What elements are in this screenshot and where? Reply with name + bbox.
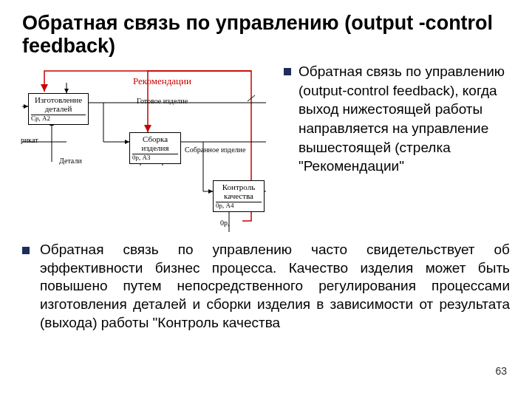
box-a4-sub: 0р, А4 bbox=[216, 202, 262, 210]
bullet-icon bbox=[22, 247, 30, 254]
box-a2-sub: Ср, А2 bbox=[31, 115, 86, 123]
bottom-bullet-text: Обратная связь по управлению часто свиде… bbox=[40, 241, 510, 332]
recommendation-label: Рекомендации bbox=[133, 75, 191, 87]
label-a4-mech: 0р, bbox=[220, 219, 230, 227]
label-details: Детали bbox=[59, 157, 82, 165]
label-assembled: Собранное изделие bbox=[185, 146, 245, 154]
diagram: Рекомендации Изготовление деталей Ср, А2… bbox=[22, 62, 273, 232]
top-bullet-text: Обратная связь по управлению (output-con… bbox=[299, 62, 510, 176]
box-a3-text: Сборка изделия bbox=[142, 134, 169, 152]
box-a3: Сборка изделия 0р, А3 bbox=[129, 132, 181, 164]
box-a4: Контроль качества 0р, А4 bbox=[213, 180, 265, 212]
box-a2: Изготовление деталей Ср, А2 bbox=[28, 93, 89, 125]
slide-title: Обратная связь по управлению (output -co… bbox=[22, 12, 510, 58]
box-a2-text: Изготовление деталей bbox=[35, 95, 82, 113]
label-rikat: рикат bbox=[21, 136, 38, 144]
box-a4-text: Контроль качества bbox=[222, 183, 255, 200]
page-number: 63 bbox=[495, 365, 507, 377]
label-ready-product: Готовое изделие bbox=[137, 97, 188, 105]
box-a3-sub: 0р, А3 bbox=[132, 154, 178, 162]
bullet-icon bbox=[284, 68, 291, 75]
